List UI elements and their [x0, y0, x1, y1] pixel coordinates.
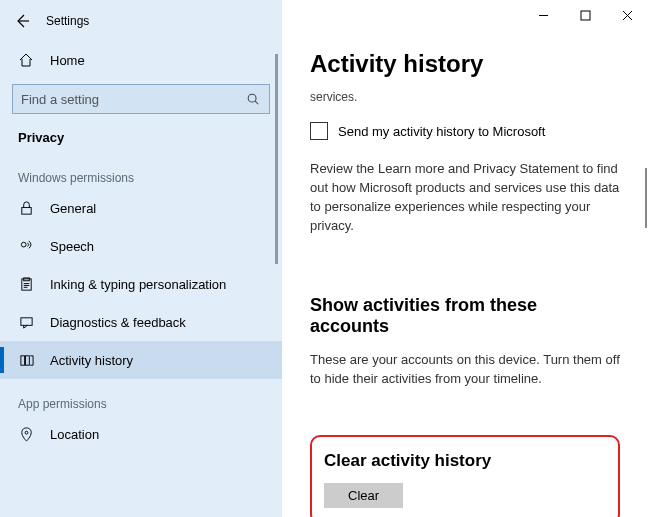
section-windows-permissions: Windows permissions	[0, 153, 282, 189]
nav-general[interactable]: General	[0, 189, 282, 227]
clear-heading: Clear activity history	[318, 451, 604, 471]
lock-icon	[18, 200, 34, 216]
nav-home[interactable]: Home	[0, 42, 282, 78]
nav-location-label: Location	[50, 427, 99, 442]
clear-history-highlight: Clear activity history Clear	[310, 435, 620, 517]
nav-speech[interactable]: Speech	[0, 227, 282, 265]
privacy-paragraph: Review the Learn more and Privacy Statem…	[310, 160, 620, 235]
search-field[interactable]	[21, 92, 221, 107]
sidebar-scrollbar[interactable]	[275, 54, 278, 264]
svg-rect-1	[21, 207, 30, 214]
svg-rect-6	[20, 355, 24, 364]
nav-inking-label: Inking & typing personalization	[50, 277, 226, 292]
main-scrollbar[interactable]	[645, 168, 647, 228]
nav-speech-label: Speech	[50, 239, 94, 254]
svg-rect-7	[25, 355, 29, 364]
speech-icon	[18, 238, 34, 254]
nav-diagnostics[interactable]: Diagnostics & feedback	[0, 303, 282, 341]
home-icon	[18, 52, 34, 68]
clear-button[interactable]: Clear	[324, 483, 403, 508]
accounts-heading: Show activities from these accounts	[310, 295, 620, 337]
nav-activity-label: Activity history	[50, 353, 133, 368]
maximize-button[interactable]	[564, 0, 606, 30]
svg-point-0	[248, 94, 256, 102]
window-title: Settings	[46, 14, 89, 28]
cutoff-text: services.	[310, 90, 620, 104]
search-input[interactable]	[12, 84, 270, 114]
send-history-checkbox[interactable]	[310, 122, 328, 140]
send-history-label: Send my activity history to Microsoft	[338, 124, 545, 139]
feedback-icon	[18, 314, 34, 330]
accounts-paragraph: These are your accounts on this device. …	[310, 351, 620, 389]
close-button[interactable]	[606, 0, 648, 30]
section-app-permissions: App permissions	[0, 379, 282, 415]
nav-activity-history[interactable]: Activity history	[0, 341, 282, 379]
nav-diagnostics-label: Diagnostics & feedback	[50, 315, 186, 330]
svg-point-2	[21, 242, 26, 247]
history-icon	[18, 352, 34, 368]
nav-inking[interactable]: Inking & typing personalization	[0, 265, 282, 303]
minimize-button[interactable]	[522, 0, 564, 30]
svg-point-8	[25, 431, 28, 434]
search-icon	[245, 91, 261, 107]
location-icon	[18, 426, 34, 442]
back-button[interactable]	[8, 7, 36, 35]
clipboard-icon	[18, 276, 34, 292]
svg-rect-9	[581, 11, 590, 20]
nav-location[interactable]: Location	[0, 415, 282, 453]
breadcrumb: Privacy	[0, 114, 282, 153]
nav-general-label: General	[50, 201, 96, 216]
home-label: Home	[50, 53, 85, 68]
svg-rect-5	[20, 317, 31, 325]
